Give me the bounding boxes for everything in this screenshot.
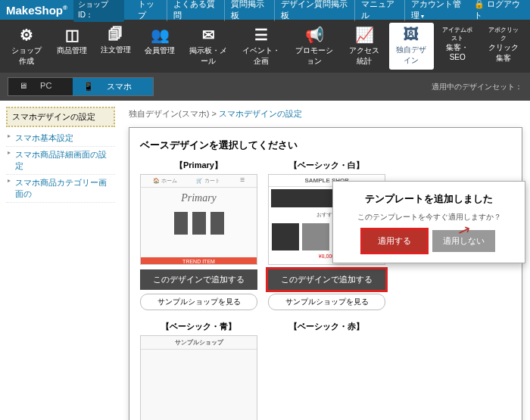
sample-shop-button[interactable]: サンプルショップを見る [140,294,257,310]
sidebar-title: スマホデザインの設定 [6,107,115,127]
nav-orders[interactable]: 🗐注文管理 [95,23,136,70]
apply-button[interactable]: 適用する [363,230,426,252]
breadcrumb-link[interactable]: スマホデザインの設定 [219,109,302,118]
theme-basic-blue: 【ベーシック・青】 サンプルショップ このデザインで追加する サンプルショップを… [140,321,257,420]
design-panel: ベースデザインを選択してください 【Primary】 🏠 ホーム🛒 カート☰ P… [129,127,522,420]
nav-stats[interactable]: 📈アクセス統計 [342,23,386,70]
panel-title: ベースデザインを選択してください [140,138,511,152]
megaphone-icon: 📢 [294,26,335,44]
toplink-account[interactable]: アカウント管理 [404,0,473,21]
toplink-manual[interactable]: マニュアル [354,0,404,21]
theme-basic-red: 【ベーシック・赤】 [268,321,385,420]
sidebar: スマホデザインの設定 スマホ基本設定 スマホ商品詳細画面の設定 スマホ商品カテゴ… [0,101,121,420]
topbar: MakeShop® ショップID： トップ よくある質問 質問掲示板 デザイン質… [0,0,530,20]
chart-icon: 📈 [347,26,382,44]
image-icon: 🖼 [394,26,429,43]
sidebar-item-category[interactable]: スマホ商品カテゴリー画面の [6,175,115,203]
sample-shop-button[interactable]: サンプルショップを見る [268,294,385,310]
nav-promotion[interactable]: 📢プロモーション [289,23,339,70]
add-design-button[interactable]: このデザインで追加する [140,269,257,290]
nav-products[interactable]: ◫商品管理 [51,23,92,70]
toplink-design-bbs[interactable]: デザイン質問掲示板 [274,0,354,21]
theme-title: 【ベーシック・白】 [268,160,385,171]
popup-title: テンプレートを追加しました [347,192,511,206]
theme-title: 【Primary】 [140,160,257,171]
device-sp[interactable]: 📱 スマホ [73,78,153,95]
nav-members[interactable]: 👥会員管理 [139,23,180,70]
nav-design[interactable]: 🖼独自デザイン [389,23,433,70]
main-nav: ⚙ショップ作成 ◫商品管理 🗐注文管理 👥会員管理 ✉掲示板・メール ☰イベント… [0,20,530,73]
box-icon: ◫ [56,26,88,44]
toplink-bbs[interactable]: 質問掲示板 [224,0,274,21]
theme-thumb: 🏠 ホーム🛒 カート☰ Primary TREND ITEM [140,174,257,265]
toplink-faq[interactable]: よくある質問 [167,0,224,21]
nav-event[interactable]: ☰イベント・企画 [236,23,286,70]
users-icon: 👥 [144,26,176,44]
gear-icon: ⚙ [9,26,44,44]
breadcrumb: 独自デザイン(スマホ) > スマホデザインの設定 [129,108,522,120]
nav-seo[interactable]: アイテムポスト集客・SEO [437,23,479,70]
subbar: 🖥 PC 📱 スマホ 適用中のデザインセット： [0,73,530,101]
nav-shop-create[interactable]: ⚙ショップ作成 [5,23,48,70]
theme-title: 【ベーシック・赤】 [268,321,385,332]
sidebar-item-detail[interactable]: スマホ商品詳細画面の設定 [6,147,115,175]
main-area: 独自デザイン(スマホ) > スマホデザインの設定 ベースデザインを選択してくださ… [121,101,530,420]
theme-thumb: サンプルショップ [140,335,257,420]
device-pc[interactable]: 🖥 PC [8,78,73,95]
mail-icon: ✉ [188,26,229,44]
nav-click[interactable]: アポクリッククリック集客 [482,23,525,70]
list-icon: ☰ [241,26,282,44]
theme-title: 【ベーシック・青】 [140,321,257,332]
toplink-top[interactable]: トップ [132,0,167,21]
logout-link[interactable]: ログアウト [474,0,524,21]
brand-logo: MakeShop® [6,4,67,17]
add-design-button[interactable]: このデザインで追加する [268,269,385,290]
device-toggle: 🖥 PC 📱 スマホ [8,77,154,96]
clipboard-icon: 🗐 [100,26,132,43]
popup-message: このテンプレートを今すぐ適用しますか？ [347,212,511,222]
top-links: トップ よくある質問 質問掲示板 デザイン質問掲示板 マニュアル アカウント管理 [132,0,474,21]
theme-primary: 【Primary】 🏠 ホーム🛒 カート☰ Primary TREND ITEM… [140,160,257,310]
template-added-popup: テンプレートを追加しました このテンプレートを今すぐ適用しますか？ ↙ 適用する… [332,181,525,263]
designset-label: 適用中のデザインセット： [432,82,522,92]
shop-id: ショップID： [73,0,124,22]
sidebar-item-basic[interactable]: スマホ基本設定 [6,130,115,147]
nav-bbs-mail[interactable]: ✉掲示板・メール [183,23,233,70]
